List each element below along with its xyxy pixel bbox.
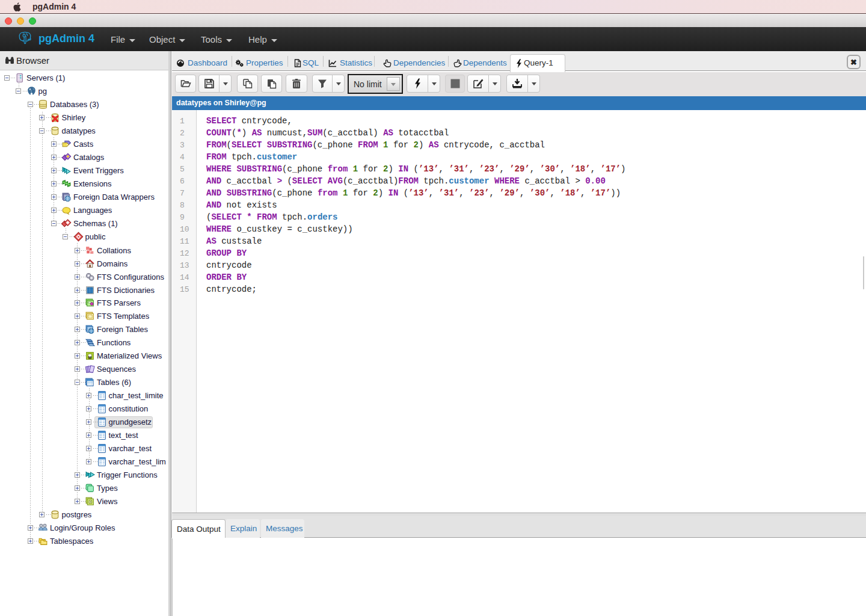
svg-text:M: M bbox=[88, 356, 91, 360]
